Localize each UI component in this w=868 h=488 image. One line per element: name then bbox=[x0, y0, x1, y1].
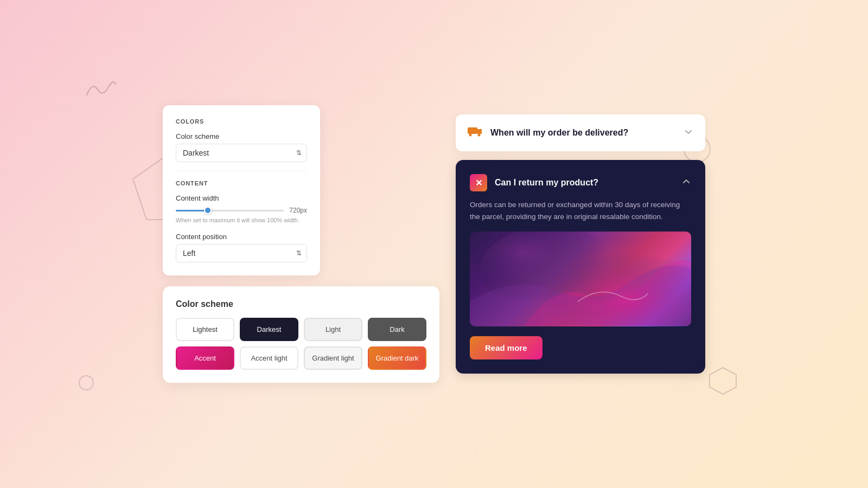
svg-point-3 bbox=[469, 134, 472, 137]
scheme-btn-darkest[interactable]: Darkest bbox=[240, 318, 298, 341]
faq-return-header: ✕ Can I return my product? bbox=[470, 174, 691, 191]
truck-icon bbox=[468, 125, 483, 140]
scheme-btn-lightest[interactable]: Lightest bbox=[176, 318, 234, 341]
content-position-label: Content position bbox=[176, 233, 307, 241]
svg-point-4 bbox=[478, 134, 481, 137]
scheme-btn-dark[interactable]: Dark bbox=[368, 318, 426, 341]
color-scheme-select-wrapper: Darkest Lightest Light Dark Accent Accen… bbox=[176, 144, 307, 162]
content-position-select-wrapper: Left Center Right ⇅ bbox=[176, 244, 307, 262]
scheme-btn-gradient-light[interactable]: Gradient light bbox=[304, 346, 362, 370]
wave-svg bbox=[470, 232, 691, 326]
scheme-btn-gradient-dark[interactable]: Gradient dark bbox=[368, 346, 426, 370]
scheme-btn-accent[interactable]: Accent bbox=[176, 346, 234, 370]
x-icon: ✕ bbox=[470, 174, 487, 191]
faq-return-question: Can I return my product? bbox=[495, 178, 598, 188]
content-width-value: 720px bbox=[289, 207, 307, 214]
chevron-up-icon[interactable] bbox=[681, 177, 691, 189]
color-scheme-panel: Color scheme Lightest Darkest Light Dark… bbox=[163, 286, 439, 383]
svg-rect-2 bbox=[468, 127, 477, 134]
chevron-down-icon bbox=[684, 127, 693, 139]
faq-delivery-question: When will my order be delivered? bbox=[490, 128, 628, 138]
scheme-btn-light[interactable]: Light bbox=[304, 318, 362, 341]
color-scheme-grid: Lightest Darkest Light Dark Accent Accen… bbox=[176, 318, 426, 370]
content-width-hint: When set to maximum it will show 100% wi… bbox=[176, 216, 307, 224]
faq-return-panel: ✕ Can I return my product? Orders can be… bbox=[456, 160, 705, 373]
faq-delivery-panel[interactable]: When will my order be delivered? bbox=[456, 114, 705, 151]
faq-return-header-left: ✕ Can I return my product? bbox=[470, 174, 598, 191]
color-scheme-label: Color scheme bbox=[176, 132, 307, 140]
color-scheme-select[interactable]: Darkest Lightest Light Dark Accent Accen… bbox=[176, 144, 307, 162]
divider-1 bbox=[176, 171, 307, 171]
scheme-btn-accent-light[interactable]: Accent light bbox=[240, 346, 298, 370]
colors-panel: COLORS Color scheme Darkest Lightest Lig… bbox=[163, 105, 320, 275]
color-scheme-panel-title: Color scheme bbox=[176, 299, 426, 309]
colors-section-title: COLORS bbox=[176, 118, 307, 125]
content-width-slider[interactable] bbox=[176, 210, 284, 211]
faq-return-answer: Orders can be returned or exchanged with… bbox=[470, 199, 691, 222]
content-width-label: Content width bbox=[176, 194, 307, 202]
content-section-title: CONTENT bbox=[176, 180, 307, 187]
read-more-button[interactable]: Read more bbox=[470, 336, 542, 359]
content-position-select[interactable]: Left Center Right bbox=[176, 244, 307, 262]
faq-delivery-left: When will my order be delivered? bbox=[468, 125, 628, 140]
faq-return-image bbox=[470, 232, 691, 326]
